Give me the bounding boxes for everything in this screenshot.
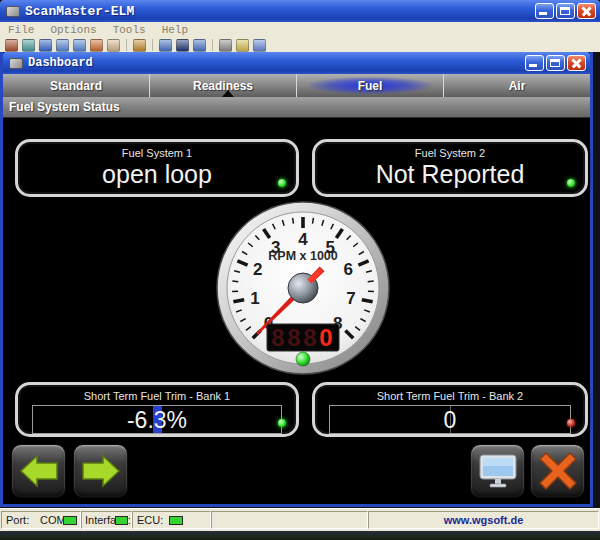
port-status-indicator: [63, 516, 77, 525]
toolbar-icon[interactable]: [90, 39, 103, 52]
port-label: Port:: [2, 514, 29, 526]
close-button[interactable]: [577, 3, 596, 19]
toolbar-separator: [152, 39, 153, 51]
menubar: File Options Tools Help: [0, 22, 600, 37]
menu-help[interactable]: Help: [162, 24, 188, 36]
ecu-label: ECU:: [133, 514, 163, 526]
arrow-left-icon: [19, 454, 59, 488]
gauge-led: [296, 352, 310, 366]
svg-text:8: 8: [303, 324, 316, 351]
exit-dashboard-button[interactable]: [530, 444, 585, 498]
menu-options[interactable]: Options: [50, 24, 96, 36]
arrow-right-icon: [81, 454, 121, 488]
svg-text:2: 2: [253, 260, 262, 279]
statusbar-empty-segment: [211, 511, 368, 529]
section-header: Fuel System Status: [3, 97, 590, 118]
svg-text:8: 8: [271, 324, 284, 351]
svg-text:4: 4: [298, 230, 308, 249]
dashboard-minimize-button[interactable]: [525, 55, 544, 71]
status-led: [278, 179, 286, 187]
stft-bank2-value: 0: [330, 406, 570, 434]
svg-text:7: 7: [346, 289, 355, 308]
menu-tools[interactable]: Tools: [113, 24, 146, 36]
toolbar-icon[interactable]: [253, 39, 266, 52]
maximize-button[interactable]: [556, 3, 575, 19]
toolbar-icon[interactable]: [39, 39, 52, 52]
desktop-strip: [0, 531, 600, 540]
dashboard-close-button[interactable]: [567, 55, 586, 71]
toolbar-icon[interactable]: [22, 39, 35, 52]
stft-bank2-display: 0: [329, 405, 571, 434]
toolbar: [0, 37, 600, 52]
interface-status-indicator: [115, 516, 128, 525]
fuel-system-1-panel: Fuel System 1 open loop: [15, 139, 299, 197]
toolbar-separator: [212, 39, 213, 51]
statusbar-port-segment: Port: COM3: [1, 511, 81, 529]
statusbar-interface-segment: Interface:: [81, 511, 132, 529]
toolbar-icon[interactable]: [133, 39, 146, 52]
svg-text:8: 8: [287, 324, 300, 351]
stft-bank2-label: Short Term Fuel Trim - Bank 2: [315, 390, 585, 402]
dashboard-title: Dashboard: [28, 56, 93, 70]
stft-bank1-panel: Short Term Fuel Trim - Bank 1 -6.3%: [15, 382, 299, 437]
toolbar-icon[interactable]: [56, 39, 69, 52]
dashboard-titlebar[interactable]: Dashboard: [3, 52, 590, 74]
dashboard-window: Dashboard Standard Readiness Fuel Air Fu…: [0, 52, 593, 507]
screen: ScanMaster-ELM File Options Tools Help D…: [0, 0, 600, 540]
main-window-titlebar[interactable]: ScanMaster-ELM: [0, 0, 600, 22]
gauge-unit-label: RPM x 1000: [268, 249, 338, 263]
toolbar-icon[interactable]: [107, 39, 120, 52]
toolbar-icon[interactable]: [159, 39, 172, 52]
tabbar: Standard Readiness Fuel Air: [3, 74, 590, 97]
tab-fuel[interactable]: Fuel: [297, 74, 444, 97]
statusbar: Port: COM3 Interface: ECU: www.wgsoft.de: [0, 508, 600, 531]
ecu-status-indicator: [169, 516, 183, 525]
main-window-title: ScanMaster-ELM: [25, 4, 134, 19]
dashboard-icon: [9, 58, 23, 69]
app-icon: [6, 6, 20, 17]
statusbar-ecu-segment: ECU:: [132, 511, 211, 529]
toolbar-separator: [126, 39, 127, 51]
next-page-button[interactable]: [73, 444, 128, 498]
stft-bank2-panel: Short Term Fuel Trim - Bank 2 0: [312, 382, 588, 437]
menu-file[interactable]: File: [8, 24, 34, 36]
toolbar-icon[interactable]: [193, 39, 206, 52]
fuel-system-2-label: Fuel System 2: [315, 147, 585, 159]
tab-standard[interactable]: Standard: [3, 74, 150, 97]
fuel-system-2-value: Not Reported: [315, 159, 585, 189]
rpm-gauge: 012345678 RPM x 1000 8880: [215, 200, 391, 376]
svg-text:6: 6: [344, 260, 353, 279]
fuel-system-1-value: open loop: [18, 159, 296, 189]
monitor-icon: [478, 453, 518, 489]
statusbar-website-segment: www.wgsoft.de: [368, 511, 599, 529]
svg-text:0: 0: [319, 324, 332, 351]
previous-page-button[interactable]: [11, 444, 66, 498]
minimize-button[interactable]: [535, 3, 554, 19]
display-settings-button[interactable]: [470, 444, 525, 498]
toolbar-icon[interactable]: [236, 39, 249, 52]
close-x-icon: [538, 451, 578, 491]
tab-marker-icon: [222, 90, 234, 97]
fuel-system-1-label: Fuel System 1: [18, 147, 296, 159]
tab-air[interactable]: Air: [444, 74, 590, 97]
toolbar-icon[interactable]: [73, 39, 86, 52]
dashboard-maximize-button[interactable]: [546, 55, 565, 71]
toolbar-icon[interactable]: [5, 39, 18, 52]
stft-bank1-label: Short Term Fuel Trim - Bank 1: [18, 390, 296, 402]
toolbar-icon[interactable]: [176, 39, 189, 52]
website-link[interactable]: www.wgsoft.de: [369, 514, 598, 526]
stft-bank1-display: -6.3%: [32, 405, 282, 434]
fuel-system-2-panel: Fuel System 2 Not Reported: [312, 139, 588, 197]
stft-bank1-value: -6.3%: [33, 406, 281, 434]
svg-text:1: 1: [250, 289, 259, 308]
toolbar-icon[interactable]: [219, 39, 232, 52]
status-led: [567, 179, 575, 187]
